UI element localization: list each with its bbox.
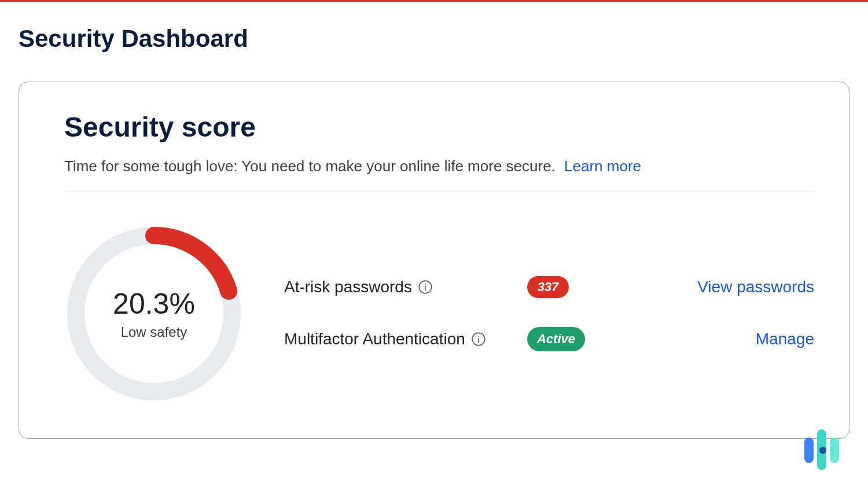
page-title: Security Dashboard: [19, 25, 868, 53]
mfa-status-badge: Active: [527, 327, 585, 351]
metrics-list: At-risk passwords 337 View passwords Mul…: [284, 276, 814, 351]
card-title: Security score: [64, 111, 814, 143]
svg-point-3: [425, 284, 426, 285]
info-icon[interactable]: [418, 280, 433, 295]
svg-point-6: [478, 336, 479, 337]
top-accent-bar: [0, 0, 868, 2]
metric-label: At-risk passwords: [284, 278, 412, 296]
content-row: 20.3% Low safety At-risk passwords 337: [48, 224, 814, 403]
at-risk-count-badge: 337: [527, 276, 569, 298]
divider: [64, 192, 814, 192]
manage-mfa-link[interactable]: Manage: [756, 330, 814, 348]
gauge-status: Low safety: [121, 324, 187, 340]
security-score-card: Security score Time for some tough love:…: [19, 82, 849, 439]
card-subtitle-text: Time for some tough love: You need to ma…: [64, 157, 556, 175]
metric-label: Multifactor Authentication: [284, 330, 465, 348]
learn-more-link[interactable]: Learn more: [564, 157, 641, 175]
gauge-percent: 20.3%: [113, 287, 195, 321]
metric-row-at-risk-passwords: At-risk passwords 337 View passwords: [284, 276, 814, 298]
card-subtitle: Time for some tough love: You need to ma…: [64, 157, 814, 175]
metric-row-mfa: Multifactor Authentication Active Manage: [284, 327, 814, 351]
info-icon[interactable]: [471, 332, 486, 347]
watermark-logo: [804, 429, 839, 463]
score-gauge: 20.3% Low safety: [64, 224, 244, 403]
view-passwords-link[interactable]: View passwords: [697, 278, 814, 296]
